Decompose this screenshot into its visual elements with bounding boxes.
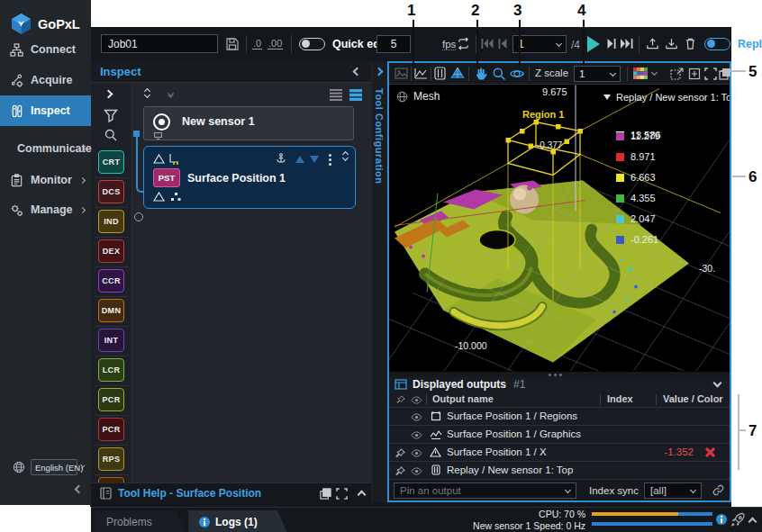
viewer-fullscreen-icon[interactable] <box>704 68 717 80</box>
legend-header[interactable]: Replay / New sensor 1: Top <box>603 92 730 103</box>
pin-icon[interactable] <box>395 466 405 476</box>
health-rocket-icon[interactable] <box>730 512 746 527</box>
color-palette-icon[interactable] <box>633 68 648 79</box>
toolbar-divider <box>529 67 530 81</box>
tool-badge-dmn[interactable]: DMN <box>98 299 124 322</box>
fit-to-region-icon[interactable] <box>670 68 684 80</box>
sidebar-item-connect[interactable]: Connect <box>0 38 91 61</box>
surface-view-icon[interactable] <box>434 67 446 80</box>
sidebar-item-manage[interactable]: Manage <box>0 198 91 221</box>
expand-all-icon[interactable] <box>145 89 150 97</box>
skip-to-start-icon[interactable] <box>481 39 494 49</box>
statusbar-expand-chevron[interactable] <box>748 518 757 527</box>
output-row-replay-surface[interactable]: Replay / New sensor 1: Top <box>389 461 730 479</box>
fullscreen-icon[interactable] <box>336 488 348 500</box>
output-row-graphics[interactable]: Surface Position 1 / Graphics <box>389 425 730 443</box>
popout-window-icon[interactable] <box>320 488 331 500</box>
visibility-eye-icon[interactable] <box>411 449 422 457</box>
sidebar-item-inspect[interactable]: Inspect <box>0 95 91 126</box>
sidebar-item-communicate[interactable]: Communicate <box>0 137 91 160</box>
tool-badge-pcr-2[interactable]: PCR <box>98 418 124 441</box>
tool-menu-kebab-icon[interactable] <box>329 158 331 161</box>
palette-dropdown-chevron-icon[interactable] <box>651 69 658 76</box>
legend-entry: 6.663 <box>616 172 730 183</box>
tool-configuration-tab[interactable]: Tool Configuration <box>371 61 387 502</box>
record-all-icon[interactable]: .00 <box>268 38 283 50</box>
tool-badge-ind[interactable]: IND <box>98 210 124 233</box>
tool-help-expand-chevron[interactable] <box>358 491 367 500</box>
search-tools-icon[interactable] <box>104 128 118 142</box>
sidebar-item-acquire[interactable]: Acquire <box>0 68 91 92</box>
index-sync-dropdown[interactable]: [all] <box>644 482 702 499</box>
anchor-icon[interactable] <box>276 153 286 164</box>
fit-to-data-icon[interactable] <box>688 68 701 80</box>
job-name-input[interactable] <box>101 34 218 53</box>
toolbar-divider <box>431 67 431 81</box>
callout-3-line <box>519 20 521 65</box>
pan-hand-icon[interactable] <box>474 67 487 81</box>
frame-index-dropdown[interactable]: 1 <box>513 35 567 53</box>
link-icon[interactable] <box>712 484 724 496</box>
tool-badge-int[interactable]: INT <box>98 329 124 352</box>
legend-value: 11.279 <box>630 131 660 141</box>
output-row-regions[interactable]: Surface Position 1 / Regions <box>389 407 730 425</box>
pin-icon[interactable] <box>395 448 405 458</box>
badge-separator <box>95 326 129 327</box>
previous-frame-icon[interactable] <box>498 39 507 49</box>
profile-view-icon[interactable] <box>414 68 428 79</box>
sidebar-collapse-button[interactable] <box>75 485 84 494</box>
outputs-column-header: Output name Index Value / Color <box>389 392 730 407</box>
tool-badge-dex[interactable]: DEX <box>98 239 124 263</box>
image-view-icon[interactable] <box>395 68 408 79</box>
z-scale-dropdown[interactable]: 1 <box>574 66 621 82</box>
sidebar-item-monitor[interactable]: Monitor <box>0 168 91 192</box>
tool-collapse-icon[interactable] <box>343 152 348 160</box>
tab-logs[interactable]: Logs (1) <box>188 510 287 532</box>
save-job-icon[interactable] <box>225 37 240 51</box>
tool-badge-crt[interactable]: CRT <box>98 150 124 174</box>
tool-help-bar[interactable]: Tool Help - Surface Position <box>91 482 371 502</box>
compact-list-view-icon[interactable] <box>330 89 342 101</box>
replay-toggle[interactable] <box>704 38 730 50</box>
skip-to-end-icon[interactable] <box>621 39 633 49</box>
output-row-x-measurement[interactable]: Surface Position 1 / X -1.352 <box>389 443 730 461</box>
stats-info-icon[interactable] <box>716 514 727 525</box>
quick-edit-toggle[interactable] <box>299 38 325 50</box>
next-frame-icon[interactable] <box>607 39 616 49</box>
rotate-orbit-icon[interactable] <box>510 67 524 81</box>
fps-value-input[interactable] <box>376 35 411 53</box>
move-tool-up-icon[interactable] <box>295 156 304 163</box>
visibility-eye-icon[interactable] <box>411 431 422 439</box>
play-button[interactable] <box>587 36 600 52</box>
tool-badge-lcr[interactable]: LCR <box>98 358 124 382</box>
tab-problems[interactable]: Problems <box>95 510 186 532</box>
tool-node-card-selected[interactable]: PST Surface Position 1 <box>143 146 356 209</box>
tool-badge-ccr[interactable]: CCR <box>98 269 124 293</box>
visibility-eye-icon[interactable] <box>411 467 422 475</box>
tool-node-label: Surface Position 1 <box>187 172 286 185</box>
filter-tools-icon[interactable] <box>104 109 118 122</box>
tool-badge-pcr[interactable]: PCR <box>98 388 124 411</box>
inspect-collapse-button[interactable] <box>353 68 362 77</box>
tool-strip-expand-button[interactable] <box>104 90 113 99</box>
loop-playback-icon[interactable] <box>457 37 470 50</box>
language-select[interactable]: English (EN) <box>31 459 77 475</box>
import-replay-icon[interactable] <box>665 37 678 50</box>
tool-badge-dcs[interactable]: DCS <box>98 180 124 203</box>
badge-separator <box>95 385 129 386</box>
tool-badge-rps[interactable]: RPS <box>98 447 124 471</box>
sensor-node-card[interactable]: New sensor 1 <box>143 106 354 140</box>
move-tool-down-icon[interactable] <box>310 156 319 163</box>
zoom-icon[interactable] <box>492 67 506 81</box>
collapse-all-icon[interactable] <box>168 91 173 97</box>
visibility-eye-icon[interactable] <box>411 413 422 421</box>
mesh-view-icon[interactable] <box>450 67 465 80</box>
delete-replay-icon[interactable] <box>684 37 697 50</box>
detailed-list-view-icon[interactable] <box>349 89 362 101</box>
record-single-icon[interactable]: .0 <box>252 38 262 50</box>
mesh-viewport[interactable]: Region 1 -0.377 Mesh 9.675 -30. -10.000 … <box>389 85 730 372</box>
outputs-collapse-chevron[interactable] <box>713 379 722 388</box>
export-replay-icon[interactable] <box>646 37 659 50</box>
tool-configuration-label: Tool Configuration <box>374 88 385 185</box>
pin-output-dropdown[interactable]: Pin an output <box>394 482 576 499</box>
